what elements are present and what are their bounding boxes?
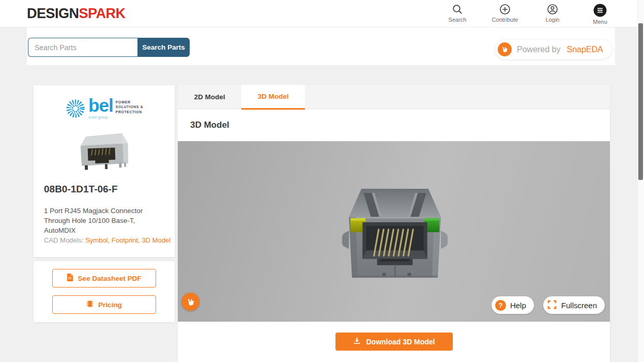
snapeda-link[interactable]: SnapEDA bbox=[567, 45, 603, 54]
cad-models-line: CAD Models: Symbol, Footprint, 3D Model bbox=[44, 236, 171, 244]
part-actions-card: See Datasheet PDF Pricing bbox=[34, 261, 175, 322]
bel-tagline: POWER SOLUTIONS & PROTECTION bbox=[116, 100, 143, 114]
3d-viewer-canvas[interactable]: ? Help Fullscreen bbox=[178, 141, 610, 322]
nav-menu-label: Menu bbox=[593, 19, 607, 25]
nav-contribute-label: Contribute bbox=[492, 17, 518, 23]
vertical-scrollbar-thumb[interactable] bbox=[638, 23, 643, 180]
header-nav: Search Contribute Login bbox=[441, 4, 616, 25]
model-panel: 2D Model 3D Model 3D Model bbox=[178, 85, 610, 362]
pricing-button-label: Pricing bbox=[98, 301, 122, 309]
section-title: 3D Model bbox=[178, 109, 610, 141]
nav-login-button[interactable]: Login bbox=[536, 4, 569, 25]
logo-text-design: DESIGN bbox=[27, 6, 79, 21]
fullscreen-icon bbox=[547, 299, 557, 311]
search-parts-button[interactable]: Search Parts bbox=[137, 38, 190, 57]
search-parts-input[interactable] bbox=[28, 38, 137, 57]
parts-search: Search Parts bbox=[28, 38, 190, 57]
powered-by-text: Powered by bbox=[517, 45, 561, 54]
menu-icon bbox=[593, 4, 607, 17]
top-header: DESIGNSPARK Search Contribute bbox=[0, 0, 644, 27]
nav-menu-button[interactable]: Menu bbox=[584, 4, 616, 25]
powered-by-snapeda-badge[interactable]: Powered by SnapEDA bbox=[495, 40, 611, 59]
manufacturer-logo: bel a bel group POWER SOLUTIONS & PROTEC… bbox=[34, 98, 175, 120]
bel-wordmark: bel bbox=[88, 98, 113, 113]
see-datasheet-pdf-button[interactable]: See Datasheet PDF bbox=[52, 269, 156, 288]
download-button-label: Download 3D Model bbox=[366, 338, 435, 346]
tab-3d-model[interactable]: 3D Model bbox=[241, 85, 305, 110]
bel-group-subtext: a bel group bbox=[88, 115, 113, 119]
bel-spark-icon bbox=[65, 98, 86, 120]
viewer-controls: ? Help Fullscreen bbox=[492, 296, 605, 314]
cad-models-label: CAD Models: bbox=[44, 236, 85, 244]
download-area: Download 3D Model bbox=[178, 322, 610, 351]
cad-link-symbol[interactable]: Symbol, bbox=[85, 236, 110, 244]
part-number: 08B0-1D1T-06-F bbox=[44, 184, 118, 195]
part-description: 1 Port RJ45 Magjack Connector Through Ho… bbox=[44, 206, 167, 236]
download-3d-model-button[interactable]: Download 3D Model bbox=[335, 333, 453, 351]
part-photo bbox=[34, 129, 175, 173]
download-icon bbox=[353, 337, 361, 346]
rj45-connector-3d-model bbox=[341, 188, 449, 284]
fullscreen-button-label: Fullscreen bbox=[561, 301, 597, 310]
logo-text-spark: SPARK bbox=[79, 6, 126, 21]
cad-link-footprint[interactable]: Footprint, bbox=[112, 236, 140, 244]
vertical-scrollbar-track[interactable] bbox=[637, 0, 644, 362]
datasheet-button-label: See Datasheet PDF bbox=[78, 275, 141, 282]
user-circle-icon bbox=[547, 4, 558, 15]
nav-search-button[interactable]: Search bbox=[441, 4, 473, 25]
help-button[interactable]: ? Help bbox=[492, 296, 534, 314]
plus-circle-icon bbox=[499, 4, 511, 15]
model-tabs: 2D Model 3D Model bbox=[178, 85, 610, 109]
snapeda-viewer-badge[interactable] bbox=[181, 293, 200, 311]
pricing-button[interactable]: Pricing bbox=[52, 295, 156, 314]
cad-link-3d-model[interactable]: 3D Model bbox=[142, 236, 171, 244]
snapeda-hand-icon bbox=[498, 42, 512, 56]
nav-login-label: Login bbox=[546, 17, 560, 23]
designspark-logo[interactable]: DESIGNSPARK bbox=[27, 6, 126, 22]
pdf-file-icon bbox=[67, 274, 73, 283]
question-mark-icon: ? bbox=[495, 300, 506, 311]
nav-contribute-button[interactable]: Contribute bbox=[489, 4, 521, 25]
nav-search-label: Search bbox=[449, 17, 467, 23]
search-icon bbox=[452, 4, 463, 15]
tab-2d-model[interactable]: 2D Model bbox=[178, 85, 241, 109]
fullscreen-button[interactable]: Fullscreen bbox=[543, 296, 605, 314]
help-button-label: Help bbox=[510, 301, 526, 310]
part-info-card: bel a bel group POWER SOLUTIONS & PROTEC… bbox=[34, 85, 175, 257]
chip-icon bbox=[86, 300, 94, 309]
